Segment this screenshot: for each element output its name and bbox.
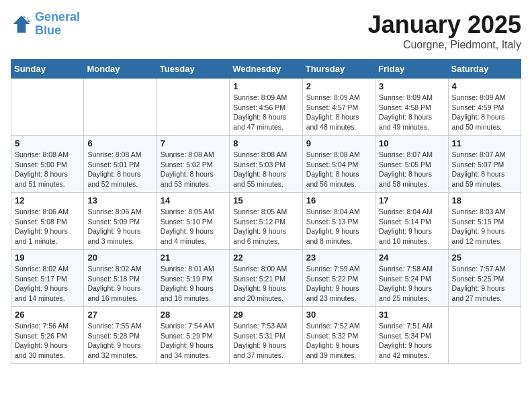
calendar-cell bbox=[11, 79, 84, 136]
calendar-cell: 6Sunrise: 8:08 AMSunset: 5:01 PMDaylight… bbox=[84, 136, 157, 193]
day-info: Sunrise: 8:07 AMSunset: 5:05 PMDaylight:… bbox=[379, 150, 444, 189]
day-info: Sunrise: 8:08 AMSunset: 5:03 PMDaylight:… bbox=[233, 150, 298, 189]
day-number: 8 bbox=[233, 138, 298, 148]
day-number: 21 bbox=[161, 253, 226, 263]
day-number: 26 bbox=[15, 310, 80, 320]
day-info: Sunrise: 8:07 AMSunset: 5:07 PMDaylight:… bbox=[452, 150, 517, 189]
day-number: 3 bbox=[379, 81, 444, 91]
day-number: 22 bbox=[233, 253, 298, 263]
weekday-header-row: SundayMondayTuesdayWednesdayThursdayFrid… bbox=[11, 60, 521, 79]
day-number: 11 bbox=[452, 138, 517, 148]
calendar-cell: 7Sunrise: 8:08 AMSunset: 5:02 PMDaylight… bbox=[157, 136, 229, 193]
weekday-header-thursday: Thursday bbox=[302, 60, 375, 79]
day-info: Sunrise: 7:57 AMSunset: 5:25 PMDaylight:… bbox=[452, 264, 517, 304]
calendar-cell: 15Sunrise: 8:05 AMSunset: 5:12 PMDayligh… bbox=[230, 193, 302, 250]
day-number: 25 bbox=[452, 253, 517, 263]
weekday-header-friday: Friday bbox=[375, 60, 448, 79]
weekday-header-saturday: Saturday bbox=[448, 60, 521, 79]
day-info: Sunrise: 8:08 AMSunset: 5:04 PMDaylight:… bbox=[306, 150, 371, 189]
day-number: 29 bbox=[233, 310, 298, 320]
day-number: 30 bbox=[306, 310, 371, 320]
calendar-cell: 19Sunrise: 8:02 AMSunset: 5:17 PMDayligh… bbox=[11, 250, 84, 307]
day-info: Sunrise: 8:04 AMSunset: 5:13 PMDaylight:… bbox=[306, 207, 371, 246]
day-info: Sunrise: 7:58 AMSunset: 5:24 PMDaylight:… bbox=[379, 264, 444, 304]
calendar-week-5: 26Sunrise: 7:56 AMSunset: 5:26 PMDayligh… bbox=[11, 307, 521, 364]
calendar-cell: 27Sunrise: 7:55 AMSunset: 5:28 PMDayligh… bbox=[84, 307, 157, 364]
calendar-cell: 9Sunrise: 8:08 AMSunset: 5:04 PMDaylight… bbox=[302, 136, 375, 193]
month-title: January 2025 bbox=[368, 11, 521, 39]
day-info: Sunrise: 8:06 AMSunset: 5:09 PMDaylight:… bbox=[87, 207, 152, 246]
day-info: Sunrise: 7:54 AMSunset: 5:29 PMDaylight:… bbox=[161, 321, 226, 361]
day-number: 5 bbox=[15, 138, 80, 148]
calendar-cell: 14Sunrise: 8:05 AMSunset: 5:10 PMDayligh… bbox=[157, 193, 229, 250]
calendar-cell: 10Sunrise: 8:07 AMSunset: 5:05 PMDayligh… bbox=[375, 136, 448, 193]
weekday-header-monday: Monday bbox=[84, 60, 157, 79]
calendar-cell: 17Sunrise: 8:04 AMSunset: 5:14 PMDayligh… bbox=[375, 193, 448, 250]
day-number: 10 bbox=[379, 138, 444, 148]
day-number: 14 bbox=[161, 195, 226, 205]
day-info: Sunrise: 8:08 AMSunset: 5:00 PMDaylight:… bbox=[15, 150, 80, 189]
calendar-cell: 5Sunrise: 8:08 AMSunset: 5:00 PMDaylight… bbox=[11, 136, 84, 193]
weekday-header-tuesday: Tuesday bbox=[157, 60, 229, 79]
day-number: 12 bbox=[15, 195, 80, 205]
calendar-cell: 11Sunrise: 8:07 AMSunset: 5:07 PMDayligh… bbox=[448, 136, 521, 193]
day-number: 20 bbox=[87, 253, 152, 263]
calendar-cell bbox=[448, 307, 521, 364]
day-number: 1 bbox=[233, 81, 298, 91]
day-info: Sunrise: 8:02 AMSunset: 5:17 PMDaylight:… bbox=[15, 264, 80, 304]
day-number: 2 bbox=[306, 81, 371, 91]
day-info: Sunrise: 7:52 AMSunset: 5:32 PMDaylight:… bbox=[306, 321, 371, 361]
day-info: Sunrise: 7:56 AMSunset: 5:26 PMDaylight:… bbox=[15, 321, 80, 361]
calendar-cell: 20Sunrise: 8:02 AMSunset: 5:18 PMDayligh… bbox=[84, 250, 157, 307]
day-number: 24 bbox=[379, 253, 444, 263]
day-number: 4 bbox=[452, 81, 517, 91]
day-number: 15 bbox=[233, 195, 298, 205]
calendar-cell: 23Sunrise: 7:59 AMSunset: 5:22 PMDayligh… bbox=[302, 250, 375, 307]
day-info: Sunrise: 8:00 AMSunset: 5:21 PMDaylight:… bbox=[233, 264, 298, 304]
calendar-cell: 12Sunrise: 8:06 AMSunset: 5:08 PMDayligh… bbox=[11, 193, 84, 250]
day-info: Sunrise: 8:08 AMSunset: 5:01 PMDaylight:… bbox=[87, 150, 152, 189]
day-number: 28 bbox=[161, 310, 226, 320]
logo-icon bbox=[11, 13, 32, 35]
day-info: Sunrise: 7:51 AMSunset: 5:34 PMDaylight:… bbox=[379, 321, 444, 361]
calendar-cell: 1Sunrise: 8:09 AMSunset: 4:56 PMDaylight… bbox=[230, 79, 302, 136]
day-number: 9 bbox=[306, 138, 371, 148]
day-info: Sunrise: 8:01 AMSunset: 5:19 PMDaylight:… bbox=[161, 264, 226, 304]
day-info: Sunrise: 8:06 AMSunset: 5:08 PMDaylight:… bbox=[15, 207, 80, 246]
day-info: Sunrise: 7:59 AMSunset: 5:22 PMDaylight:… bbox=[306, 264, 371, 304]
day-number: 17 bbox=[379, 195, 444, 205]
day-number: 7 bbox=[161, 138, 226, 148]
day-info: Sunrise: 8:02 AMSunset: 5:18 PMDaylight:… bbox=[87, 264, 152, 304]
day-info: Sunrise: 8:09 AMSunset: 4:59 PMDaylight:… bbox=[452, 93, 517, 132]
day-number: 23 bbox=[306, 253, 371, 263]
calendar-cell bbox=[84, 79, 157, 136]
calendar-cell: 4Sunrise: 8:09 AMSunset: 4:59 PMDaylight… bbox=[448, 79, 521, 136]
calendar-cell: 21Sunrise: 8:01 AMSunset: 5:19 PMDayligh… bbox=[157, 250, 229, 307]
day-number: 27 bbox=[87, 310, 152, 320]
calendar-week-3: 12Sunrise: 8:06 AMSunset: 5:08 PMDayligh… bbox=[11, 193, 521, 250]
calendar-cell: 30Sunrise: 7:52 AMSunset: 5:32 PMDayligh… bbox=[302, 307, 375, 364]
calendar-cell: 13Sunrise: 8:06 AMSunset: 5:09 PMDayligh… bbox=[84, 193, 157, 250]
calendar-week-4: 19Sunrise: 8:02 AMSunset: 5:17 PMDayligh… bbox=[11, 250, 521, 307]
weekday-header-sunday: Sunday bbox=[11, 60, 84, 79]
calendar-cell: 29Sunrise: 7:53 AMSunset: 5:31 PMDayligh… bbox=[230, 307, 302, 364]
calendar-cell: 2Sunrise: 8:09 AMSunset: 4:57 PMDaylight… bbox=[302, 79, 375, 136]
day-number: 16 bbox=[306, 195, 371, 205]
day-info: Sunrise: 8:04 AMSunset: 5:14 PMDaylight:… bbox=[379, 207, 444, 246]
day-info: Sunrise: 8:08 AMSunset: 5:02 PMDaylight:… bbox=[161, 150, 226, 189]
day-number: 13 bbox=[87, 195, 152, 205]
calendar-cell bbox=[157, 79, 229, 136]
day-info: Sunrise: 7:53 AMSunset: 5:31 PMDaylight:… bbox=[233, 321, 298, 361]
day-info: Sunrise: 8:03 AMSunset: 5:15 PMDaylight:… bbox=[452, 207, 517, 246]
day-info: Sunrise: 8:09 AMSunset: 4:56 PMDaylight:… bbox=[233, 93, 298, 132]
calendar-cell: 8Sunrise: 8:08 AMSunset: 5:03 PMDaylight… bbox=[230, 136, 302, 193]
calendar-week-1: 1Sunrise: 8:09 AMSunset: 4:56 PMDaylight… bbox=[11, 79, 521, 136]
day-number: 31 bbox=[379, 310, 444, 320]
weekday-header-wednesday: Wednesday bbox=[230, 60, 302, 79]
calendar-cell: 26Sunrise: 7:56 AMSunset: 5:26 PMDayligh… bbox=[11, 307, 84, 364]
day-number: 18 bbox=[452, 195, 517, 205]
title-block: January 2025 Cuorgne, Piedmont, Italy bbox=[368, 11, 521, 51]
day-info: Sunrise: 7:55 AMSunset: 5:28 PMDaylight:… bbox=[87, 321, 152, 361]
day-info: Sunrise: 8:09 AMSunset: 4:57 PMDaylight:… bbox=[306, 93, 371, 132]
calendar-cell: 22Sunrise: 8:00 AMSunset: 5:21 PMDayligh… bbox=[230, 250, 302, 307]
